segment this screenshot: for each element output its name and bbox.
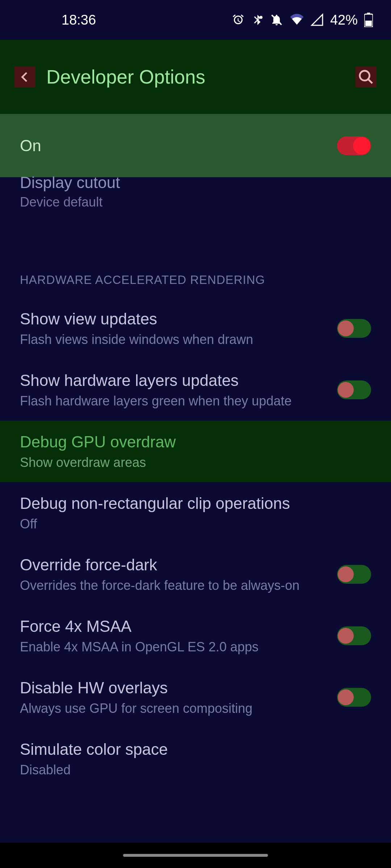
- setting-title: Debug non-rectangular clip operations: [20, 493, 360, 514]
- setting-subtitle: Enable 4x MSAA in OpenGL ES 2.0 apps: [20, 639, 326, 656]
- section-header-rendering: HARDWARE ACCELERATED RENDERING: [0, 226, 391, 298]
- setting-subtitle: Off: [20, 516, 360, 533]
- setting-force-4x-msaa[interactable]: Force 4x MSAA Enable 4x MSAA in OpenGL E…: [0, 605, 391, 667]
- toggle-switch[interactable]: [337, 565, 371, 584]
- status-time: 18:36: [62, 12, 96, 28]
- signal-icon: [311, 13, 324, 26]
- search-button[interactable]: [356, 67, 377, 88]
- setting-title: Show view updates: [20, 309, 326, 329]
- setting-show-view-updates[interactable]: Show view updates Flash views inside win…: [0, 298, 391, 359]
- setting-subtitle: Device default: [20, 195, 371, 210]
- setting-show-hardware-layers[interactable]: Show hardware layers updates Flash hardw…: [0, 359, 391, 421]
- alarm-icon: [232, 13, 245, 26]
- wifi-icon: [290, 13, 304, 26]
- status-bar: 18:36 42%: [0, 0, 391, 40]
- master-toggle-label: On: [20, 137, 41, 155]
- setting-title: Show hardware layers updates: [20, 370, 326, 391]
- toggle-switch[interactable]: [337, 626, 371, 645]
- navigation-bar: [0, 843, 391, 868]
- setting-title: Debug GPU overdraw: [20, 431, 360, 452]
- setting-simulate-color-space[interactable]: Simulate color space Disabled: [0, 728, 391, 790]
- nav-handle[interactable]: [123, 854, 268, 857]
- battery-icon: [364, 13, 373, 27]
- setting-title: Display cutout: [20, 174, 371, 192]
- svg-point-5: [360, 71, 370, 80]
- setting-override-force-dark[interactable]: Override force-dark Overrides the force-…: [0, 544, 391, 605]
- toggle-switch[interactable]: [337, 319, 371, 338]
- setting-title: Override force-dark: [20, 554, 326, 575]
- svg-rect-4: [365, 21, 372, 26]
- setting-debug-gpu-overdraw[interactable]: Debug GPU overdraw Show overdraw areas: [0, 421, 391, 482]
- bluetooth-icon: [251, 14, 264, 26]
- master-toggle-row[interactable]: On: [0, 114, 391, 177]
- setting-subtitle: Disabled: [20, 762, 360, 779]
- toggle-switch[interactable]: [337, 380, 371, 399]
- setting-title: Disable HW overlays: [20, 677, 326, 698]
- setting-subtitle: Overrides the force-dark feature to be a…: [20, 577, 326, 594]
- toggle-switch[interactable]: [337, 688, 371, 707]
- master-toggle-switch[interactable]: [337, 136, 371, 155]
- setting-subtitle: Flash views inside windows when drawn: [20, 331, 326, 348]
- setting-title: Simulate color space: [20, 739, 360, 760]
- setting-disable-hw-overlays[interactable]: Disable HW overlays Always use GPU for s…: [0, 667, 391, 728]
- settings-list: Display cutout Device default HARDWARE A…: [0, 177, 391, 790]
- back-button[interactable]: [14, 67, 35, 88]
- setting-title: Force 4x MSAA: [20, 616, 326, 637]
- app-bar: Developer Options: [0, 40, 391, 114]
- svg-point-0: [260, 16, 263, 19]
- setting-subtitle: Show overdraw areas: [20, 454, 360, 471]
- svg-rect-3: [367, 13, 370, 14]
- notifications-off-icon: [270, 13, 283, 26]
- setting-subtitle: Flash hardware layers green when they up…: [20, 393, 326, 410]
- battery-percent: 42%: [330, 12, 358, 28]
- setting-display-cutout[interactable]: Display cutout Device default: [0, 177, 391, 226]
- page-title: Developer Options: [46, 66, 345, 88]
- setting-subtitle: Always use GPU for screen compositing: [20, 700, 326, 717]
- setting-debug-clip-operations[interactable]: Debug non-rectangular clip operations Of…: [0, 482, 391, 544]
